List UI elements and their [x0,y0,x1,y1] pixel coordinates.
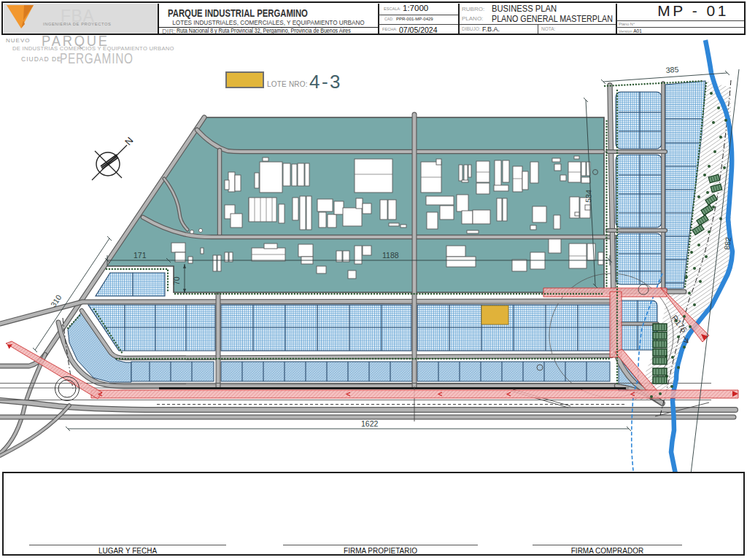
svg-text:INGENIERIA DE PROYECTOS: INGENIERIA DE PROYECTOS [43,22,111,26]
svg-text:171: 171 [133,251,147,260]
svg-text:70: 70 [172,276,181,285]
svg-text:N: N [123,135,135,147]
svg-text:1622: 1622 [361,419,379,428]
svg-text:882: 882 [722,236,732,250]
svg-text:534: 534 [584,190,593,203]
svg-text:385: 385 [665,65,678,74]
svg-text:1188: 1188 [382,251,399,260]
